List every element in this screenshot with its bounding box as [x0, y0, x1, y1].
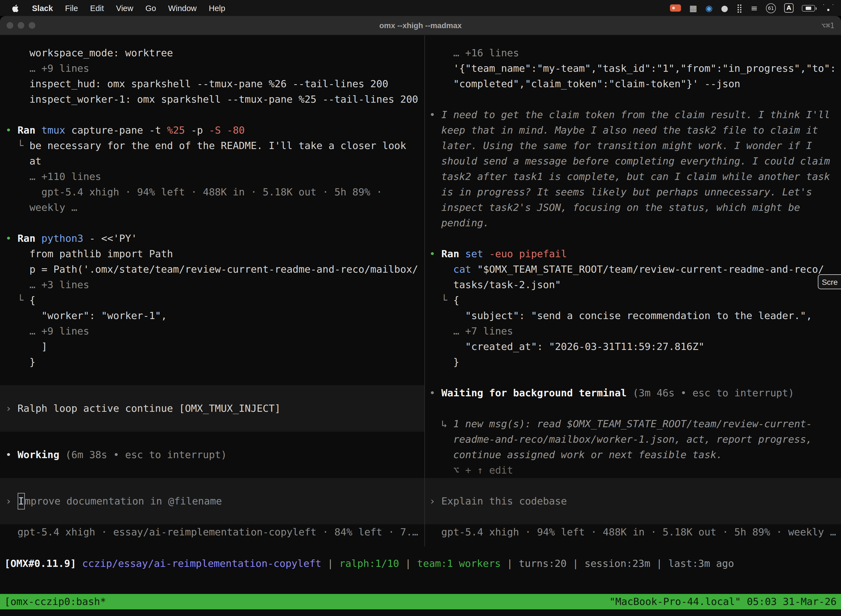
- text-segment: ›: [6, 401, 18, 416]
- terminal-pane-left[interactable]: workspace_mode: worktree … +9 lines insp…: [0, 35, 424, 546]
- terminal-line: • Ran tmux capture-pane -t %25 -p -S -80: [6, 123, 424, 138]
- screen-recording-indicator-icon[interactable]: [670, 4, 681, 12]
- battery-icon[interactable]: [802, 5, 815, 11]
- prompt-history-entry[interactable]: › Ralph loop active continue [OMX_TMUX_I…: [0, 385, 424, 432]
- working-status: • Working (6m 38s • esc to interrupt): [6, 447, 424, 462]
- terminal-line: p = Path('.omx/state/team/review-current…: [6, 262, 424, 277]
- zoom-button[interactable]: [29, 22, 35, 29]
- text-segment: [OMX#0.11.9]: [4, 557, 82, 569]
- text-segment: |: [399, 557, 417, 569]
- text-segment: }: [6, 356, 35, 368]
- text-segment: cczip/essay/ai-reimplementation-copyleft: [82, 557, 321, 569]
- menu-item-go[interactable]: Go: [139, 0, 162, 16]
- terminal-line: ⌥ + ↑ edit: [429, 462, 841, 478]
- terminal-line: pending.: [429, 215, 841, 231]
- screen-share-overlay-clipped[interactable]: Scre: [818, 274, 841, 289]
- circle-app-icon[interactable]: ●: [721, 3, 728, 13]
- menu-lines-icon[interactable]: ≡: [751, 3, 757, 13]
- blank-line: [6, 370, 424, 385]
- text-segment: be necessary for the end of the README. …: [29, 140, 406, 151]
- text-segment: [429, 263, 453, 275]
- wifi-icon[interactable]: [823, 4, 833, 12]
- window-title: omx --xhigh --madmax: [0, 21, 841, 30]
- omx-status-segments: [OMX#0.11.9] cczip/essay/ai-reimplementa…: [4, 557, 734, 569]
- apple-icon: [12, 4, 20, 12]
- dots-grid-icon[interactable]: ⣿: [736, 3, 743, 13]
- terminal-pane-right[interactable]: … +16 lines '{"team_name":"my-team","tas…: [425, 35, 841, 546]
- input-source-icon[interactable]: A: [784, 3, 794, 13]
- grid-app-icon[interactable]: ▦: [689, 3, 697, 13]
- terminal-line: "worker": "worker-1",: [6, 308, 424, 323]
- text-segment: tmux: [41, 124, 71, 136]
- text-segment: Ran: [18, 232, 41, 244]
- text-segment: -p: [185, 124, 209, 136]
- tmux-session-label: [omx-cczip0:bash*: [4, 594, 106, 609]
- terminal-line: should send a message before completing …: [429, 154, 841, 169]
- text-segment: •: [429, 387, 441, 399]
- terminal-line: … +9 lines: [6, 323, 424, 339]
- close-button[interactable]: [7, 22, 13, 29]
- text-segment: ›: [6, 493, 18, 509]
- menu-item-window[interactable]: Window: [162, 0, 203, 16]
- text-segment: |: [651, 557, 668, 569]
- text-segment: weekly …: [6, 201, 77, 213]
- blank-line: [429, 92, 841, 107]
- apple-menu[interactable]: [6, 0, 26, 16]
- text-segment: from pathlib import Path: [6, 248, 173, 260]
- terminal-line: at: [6, 154, 424, 169]
- terminal-line: is in progress? It seems likely but perh…: [429, 184, 841, 200]
- prompt-input[interactable]: › Explain this codebase: [425, 478, 841, 524]
- terminal-line: gpt-5.4 xhigh · 94% left · 488K in · 5.1…: [6, 184, 424, 200]
- prompt-input[interactable]: › Improve documentation in @filename: [0, 478, 424, 524]
- text-segment: "completed","claim_token":"claim-token"}…: [429, 78, 740, 89]
- screen-overlay-label: Scre: [822, 277, 838, 286]
- pane-footer: gpt-5.4 xhigh · 94% left · 488K in · 5.1…: [429, 524, 841, 540]
- text-segment: Explain this codebase: [441, 493, 567, 509]
- text-segment: }: [429, 356, 459, 368]
- text-segment: should send a message before completing …: [429, 155, 830, 167]
- app-menu-slack[interactable]: Slack: [26, 0, 59, 16]
- terminal-line: … +16 lines: [429, 45, 841, 61]
- terminal-line: … +7 lines: [429, 323, 841, 339]
- tmux-host-clock-label: "MacBook-Pro-44.local" 05:03 31-Mar-26: [609, 594, 837, 609]
- waiting-status: • Waiting for background terminal (3m 46…: [429, 385, 841, 401]
- text-segment: ]: [6, 340, 47, 352]
- text-segment: workspace_mode: worktree: [6, 47, 173, 59]
- text-segment: last:3m ago: [668, 557, 734, 569]
- drop-app-icon[interactable]: ◉: [705, 3, 712, 13]
- text-segment: set: [465, 248, 489, 260]
- window-title-bar[interactable]: omx --xhigh --madmax ⌥⌘1: [0, 16, 841, 35]
- minimize-button[interactable]: [18, 22, 24, 29]
- terminal-line: '{"team_name":"my-team","task_id":"1","f…: [429, 61, 841, 76]
- terminal-line: workspace_mode: worktree: [6, 45, 424, 61]
- terminal-line: from pathlib import Path: [6, 246, 424, 262]
- text-segment: gpt-5.4 xhigh · essay/ai-reimplementatio…: [6, 526, 418, 538]
- terminal-window: omx --xhigh --madmax ⌥⌘1 workspace_mode:…: [0, 16, 841, 616]
- text-segment: Ran: [441, 248, 465, 260]
- text-segment: Working: [18, 449, 65, 461]
- text-segment: p = Path('.omx/state/team/review-current…: [6, 263, 418, 275]
- text-segment: inspect_hud: omx sparkshell --tmux-pane …: [6, 78, 388, 89]
- text-segment: Waiting for background terminal: [441, 387, 633, 399]
- menu-item-file[interactable]: File: [59, 0, 84, 16]
- menu-item-view[interactable]: View: [110, 0, 139, 16]
- terminal-line: continue assigned work or next feasible …: [429, 447, 841, 462]
- text-segment: {: [29, 294, 35, 306]
- menu-item-help[interactable]: Help: [203, 0, 231, 16]
- percent-badge-icon[interactable]: 61: [766, 3, 776, 13]
- terminal-line: later. Using the same for transition mig…: [429, 138, 841, 154]
- terminal-line: • Ran set -euo pipefail: [429, 246, 841, 262]
- terminal-line: cat "$OMX_TEAM_STATE_ROOT/team/review-cu…: [429, 262, 841, 277]
- menu-bar-status-icons: ▦◉●⣿≡61A: [670, 3, 835, 13]
- menu-item-edit[interactable]: Edit: [84, 0, 110, 16]
- text-segment: |: [321, 557, 339, 569]
- text-segment: capture-pane -t: [71, 124, 167, 136]
- terminal-line: └ {: [6, 293, 424, 308]
- terminal-line: • I need to get the claim token from the…: [429, 107, 841, 123]
- screen: Slack FileEditViewGoWindowHelp ▦◉●⣿≡61A …: [0, 0, 841, 616]
- blank-line: [6, 432, 424, 447]
- text-segment: •: [429, 248, 441, 260]
- text-segment: mprove documentation in @filename: [25, 493, 222, 509]
- blank-line: [6, 107, 424, 123]
- text-segment: cat: [453, 263, 477, 275]
